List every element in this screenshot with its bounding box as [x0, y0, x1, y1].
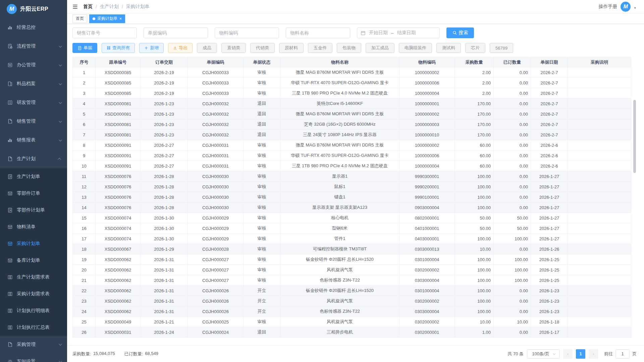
sidebar-subitem-5[interactable]: 备库计划单	[0, 252, 67, 269]
category-button-6[interactable]: 加工成品	[366, 43, 394, 53]
category-button-9[interactable]: 芯片	[465, 43, 485, 53]
doc-link[interactable]: CGJH000025	[188, 317, 244, 327]
table-row[interactable]: 17XSDD0000742026-1-30CGJH000029审核管件10403…	[73, 234, 631, 244]
table-row[interactable]: 14XSDD0000762026-1-28CGJH000030审核显示器支架 显…	[73, 202, 631, 213]
doc-link[interactable]: CGJH000028	[188, 244, 244, 254]
table-row[interactable]: 23XSDD0000622026-1-31CGJH000026开立风机旋涡气泵0…	[73, 296, 631, 306]
sidebar-subitem-8[interactable]: 计划执行明细表	[0, 302, 67, 319]
doc-link[interactable]: CGJH000031	[188, 161, 244, 171]
sidebar-subitem-9[interactable]: 计划执行汇总表	[0, 319, 67, 336]
sidebar-subitem-3[interactable]: 物料清单	[0, 219, 67, 235]
search-button[interactable]: 搜索	[446, 27, 474, 38]
tab-0[interactable]: 首页	[72, 14, 87, 23]
table-row[interactable]: 25XSDD0000492026-1-21CGJH000025审核风机旋涡气泵0…	[73, 317, 631, 327]
doc-link[interactable]: CGJH000032	[188, 109, 244, 119]
table-row[interactable]: 22XSDD0000622026-1-31CGJH000026开立钣金铰链件 Φ…	[73, 286, 631, 296]
category-button-10[interactable]: 56789	[490, 43, 513, 53]
doc-code-input[interactable]	[144, 27, 208, 38]
table-row[interactable]: 8XSDD0000912026-2-27CGJH000031审核微星 MAG B…	[73, 140, 631, 150]
table-row[interactable]: 5XSDD0000812026-1-23CGJH000032退回微星 MAG B…	[73, 109, 631, 119]
doc-link[interactable]: CGJH000033	[188, 67, 244, 78]
sidebar-item-6[interactable]: 销售报表	[0, 131, 67, 149]
sidebar-subitem-2[interactable]: 零部件计划单	[0, 202, 67, 219]
tab-close-icon[interactable]: ×	[119, 17, 122, 21]
table-vertical-scrollbar[interactable]	[633, 100, 636, 173]
sidebar-subitem-7[interactable]: 采购计划需求表	[0, 286, 67, 302]
category-button-7[interactable]: 电脑组装件	[399, 43, 432, 53]
category-button-0[interactable]: 成品	[197, 43, 217, 53]
table-row[interactable]: 10XSDD0000912026-2-27CGJH000031审核三星 1TB …	[73, 161, 631, 171]
sidebar-item-8[interactable]: 采购管理	[0, 336, 67, 353]
doc-link[interactable]: CGJH000029	[188, 234, 244, 244]
next-page-button[interactable]: ›	[589, 349, 598, 359]
doc-link[interactable]: CGJH000027	[188, 254, 244, 265]
doc-link[interactable]: CGJH000033	[188, 78, 244, 88]
doc-link[interactable]: CGJH000030	[188, 182, 244, 192]
doc-link[interactable]: CGJH000030	[188, 202, 244, 213]
sidebar-item-5[interactable]: 销售管理	[0, 112, 67, 131]
table-row[interactable]: 13XSDD0000762026-1-28CGJH000030审核键盘19990…	[73, 192, 631, 202]
table-row[interactable]: 18XSDD0000672026-1-29CGJH000028审核可编程控制器模…	[73, 244, 631, 254]
sidebar-toggle-icon[interactable]	[72, 4, 78, 9]
sidebar-item-9[interactable]: 车间设置	[0, 353, 67, 362]
goto-page-input[interactable]	[615, 349, 630, 359]
doc-link[interactable]: CGJH000031	[188, 140, 244, 150]
sidebar-subitem-6[interactable]: 生产计划需求表	[0, 269, 67, 286]
table-row[interactable]: 9XSDD0000912026-2-27CGJH000031审核华硕 TUF-R…	[73, 150, 631, 161]
table-row[interactable]: 20XSDD0000622026-1-31CGJH000027审核风机旋涡气泵0…	[73, 265, 631, 275]
sidebar-item-7[interactable]: 生产计划	[0, 149, 67, 168]
doc-link[interactable]: CGJH000024	[188, 327, 244, 338]
table-row[interactable]: 21XSDD0000622026-1-31CGJH000027审核色标传感器 Z…	[73, 275, 631, 286]
doc-button[interactable]: 单据	[72, 43, 97, 53]
category-button-1[interactable]: 直销类	[221, 43, 246, 53]
breadcrumb-item-1[interactable]: 生产计划	[100, 4, 119, 10]
category-button-5[interactable]: 包装物	[337, 43, 361, 53]
table-row[interactable]: 11XSDD0000762026-1-28CGJH000030审核显示器1999…	[73, 171, 631, 182]
category-button-2[interactable]: 代销类	[250, 43, 275, 53]
material-code-input[interactable]	[215, 27, 279, 38]
doc-link[interactable]: CGJH000031	[188, 150, 244, 161]
sidebar-item-4[interactable]: 研发管理	[0, 93, 67, 112]
user-menu-caret-icon[interactable]: ▾	[634, 6, 636, 10]
sidebar-subitem-0[interactable]: 生产计划单	[0, 168, 67, 185]
doc-link[interactable]: CGJH000032	[188, 130, 244, 140]
page-size-select[interactable]: 100条/页	[527, 349, 560, 359]
category-button-4[interactable]: 五金件	[308, 43, 332, 53]
category-button-8[interactable]: 测试料	[436, 43, 461, 53]
category-button-3[interactable]: 原材料	[279, 43, 304, 53]
sidebar-item-2[interactable]: 办公管理	[0, 56, 67, 74]
doc-link[interactable]: CGJH000026	[188, 286, 244, 296]
sales-order-input[interactable]	[72, 27, 137, 38]
breadcrumb-item-0[interactable]: 首页	[83, 4, 93, 10]
sidebar-subitem-1[interactable]: 零部件订单	[0, 185, 67, 202]
sidebar-subitem-4[interactable]: 采购计划单	[0, 235, 67, 252]
table-row[interactable]: 26XSDD0000312026-1-24CGJH000024退回三相异步电机0…	[73, 327, 631, 338]
table-row[interactable]: 12XSDD0000762026-1-28CGJH000030审核鼠标19990…	[73, 182, 631, 192]
table-row[interactable]: 4XSDD0000812026-1-23CGJH000032退回英特尔Core …	[73, 99, 631, 109]
table-row[interactable]: 7XSDD0000812026-1-23CGJH000032退回三星 24英寸 …	[73, 130, 631, 140]
query-all-button[interactable]: 查询所有	[102, 43, 135, 53]
doc-link[interactable]: CGJH000026	[188, 306, 244, 317]
date-range-picker[interactable]: 开始日期 – 结束日期	[357, 27, 440, 38]
export-button[interactable]: 导出	[168, 43, 193, 53]
table-row[interactable]: 15XSDD0000742026-1-30CGJH000029审核核心电机080…	[73, 213, 631, 223]
add-button[interactable]: 新增	[139, 43, 164, 53]
doc-link[interactable]: CGJH000033	[188, 88, 244, 99]
user-avatar[interactable]: M	[621, 2, 631, 12]
sidebar-item-1[interactable]: 流程管理	[0, 37, 67, 56]
app-logo[interactable]: M 升阳云ERP	[0, 0, 67, 18]
doc-link[interactable]: CGJH000032	[188, 119, 244, 130]
doc-link[interactable]: CGJH000029	[188, 213, 244, 223]
table-row[interactable]: 3XSDD0000852026-2-19CGJH000033审核三星 1TB 9…	[73, 88, 631, 99]
material-name-input[interactable]	[286, 27, 350, 38]
sidebar-item-0[interactable]: 经营总控	[0, 18, 67, 37]
prev-page-button[interactable]: ‹	[563, 349, 573, 359]
doc-link[interactable]: CGJH000032	[188, 99, 244, 109]
table-row[interactable]: 16XSDD0000742026-1-30CGJH000029审核型钢6米040…	[73, 223, 631, 234]
doc-link[interactable]: CGJH000027	[188, 275, 244, 286]
table-row[interactable]: 24XSDD0000622026-1-31CGJH000026开立色标传感器 Z…	[73, 306, 631, 317]
table-row[interactable]: 1XSDD0000852026-2-19CGJH000033审核微星 MAG B…	[73, 67, 631, 78]
current-page-button[interactable]: 1	[576, 349, 585, 359]
doc-link[interactable]: CGJH000026	[188, 296, 244, 306]
table-row[interactable]: 19XSDD0000622026-1-31CGJH000027审核钣金铰链件 Φ…	[73, 254, 631, 265]
